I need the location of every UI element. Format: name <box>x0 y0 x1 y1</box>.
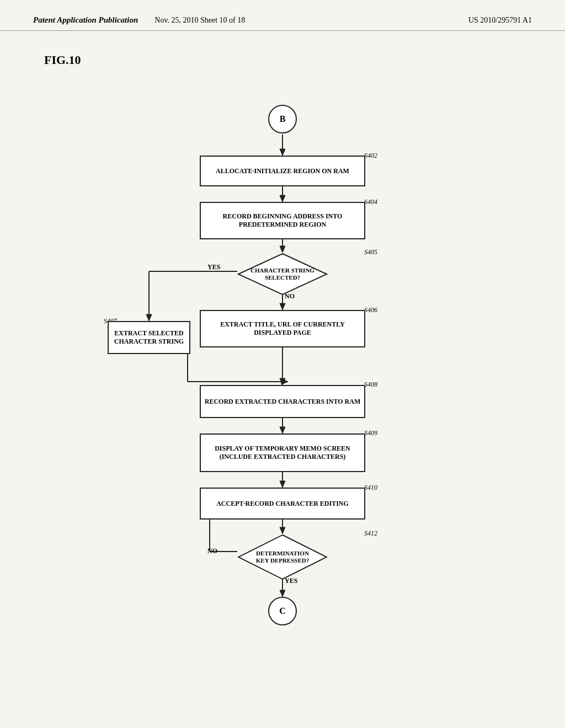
svg-marker-23 <box>280 590 285 597</box>
s406-label: S406 <box>364 306 377 314</box>
flowchart-area: B S402 ALLOCATE·INITIALIZE REGION ON RAM… <box>0 73 565 679</box>
svg-marker-1 <box>280 149 285 156</box>
yes1-label: YES <box>207 263 220 271</box>
s412-diamond: DETERMINATION KEY DEPRESSED? <box>237 534 328 580</box>
s404-box: RECORD BEGINNING ADDRESS INTO PREDETERMI… <box>200 202 365 239</box>
s408-box: RECORD EXTRACTED CHARACTERS INTO RAM <box>200 385 365 418</box>
fig-label: FIG.10 <box>44 53 565 67</box>
s407-box: EXTRACT SELECTED CHARACTER STRING <box>108 321 190 354</box>
svg-marker-10 <box>280 303 285 310</box>
s410-box: ACCEPT·RECORD CHARACTER EDITING <box>200 488 365 520</box>
s406-box: EXTRACT TITLE, URL OF CURRENTLY DISPLAYE… <box>200 310 365 347</box>
s404-label: S404 <box>364 198 377 206</box>
s409-box: DISPLAY OF TEMPORARY MEMO SCREEN (INCLUD… <box>200 433 365 472</box>
svg-marker-15 <box>280 378 285 385</box>
no2-label: NO <box>207 547 217 555</box>
header-date: Nov. 25, 2010 Sheet 10 of 18 <box>154 16 245 25</box>
s402-box: ALLOCATE·INITIALIZE REGION ON RAM <box>200 156 365 186</box>
header-title: Patent Application Publication <box>33 15 138 25</box>
s410-label: S410 <box>364 484 377 492</box>
s402-label: S402 <box>364 152 377 160</box>
yes2-label: YES <box>285 577 297 585</box>
svg-marker-21 <box>280 527 285 534</box>
header-patent: US 2010/295791 A1 <box>468 16 532 25</box>
s405-label: S405 <box>364 248 377 256</box>
svg-marker-17 <box>280 427 285 433</box>
s405-diamond: CHARACTER STRING SELECTED? <box>237 253 328 296</box>
node-B: B <box>268 105 297 133</box>
svg-marker-3 <box>280 195 285 202</box>
svg-marker-13 <box>281 379 288 384</box>
page: Patent Application Publication Nov. 25, … <box>0 0 565 728</box>
s409-label: S409 <box>364 429 377 437</box>
s408-label: S408 <box>364 381 377 389</box>
svg-marker-19 <box>280 481 285 488</box>
no1-label: NO <box>285 292 295 301</box>
header: Patent Application Publication Nov. 25, … <box>0 0 565 31</box>
svg-marker-5 <box>280 246 285 253</box>
node-C: C <box>268 597 297 625</box>
s412-label: S412 <box>364 529 377 538</box>
svg-marker-8 <box>146 314 152 321</box>
